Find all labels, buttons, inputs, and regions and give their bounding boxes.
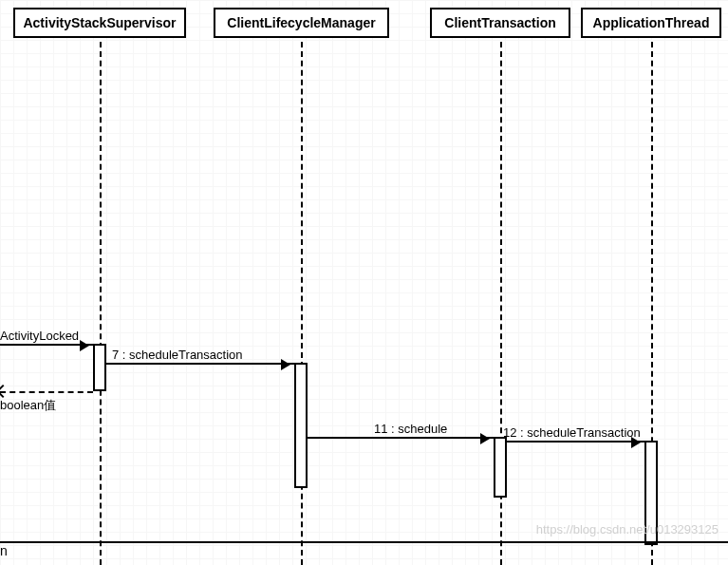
message-return-boolean [0,391,93,393]
activation-ass [93,344,106,391]
message-label: 12 : scheduleTransaction [503,425,641,440]
message-return-label: boolean值 [0,397,56,414]
message-12-scheduletransaction: 12 : scheduleTransaction [507,441,644,443]
message-label: 11 : schedule [374,422,447,436]
message-activitylocked: ActivityLocked [0,344,93,346]
participant-clientlifecyclemanager: ClientLifecycleManager [214,8,389,38]
n-label: n [0,543,8,558]
participant-label: ActivityStackSupervisor [23,15,176,30]
participant-label: ClientTransaction [444,15,555,30]
participant-label: ClientLifecycleManager [227,15,375,30]
message-11-schedule: 11 : schedule [308,437,494,439]
message-label: 7 : scheduleTransaction [112,348,243,362]
message-7-scheduletransaction: 7 : scheduleTransaction [106,363,294,365]
participant-applicationthread: ApplicationThread [581,8,721,38]
activation-clm [294,363,308,488]
participant-label: ApplicationThread [593,15,710,30]
message-label: ActivityLocked [0,329,79,343]
lifeline-ass [100,42,102,565]
participant-activitystacksupervisor: ActivityStackSupervisor [13,8,186,38]
activation-at [644,441,658,545]
activation-ct [494,437,507,498]
watermark: https://blog.csdn.net/u013293125 [536,522,719,537]
bottom-divider [0,541,728,543]
participant-clienttransaction: ClientTransaction [430,8,570,38]
